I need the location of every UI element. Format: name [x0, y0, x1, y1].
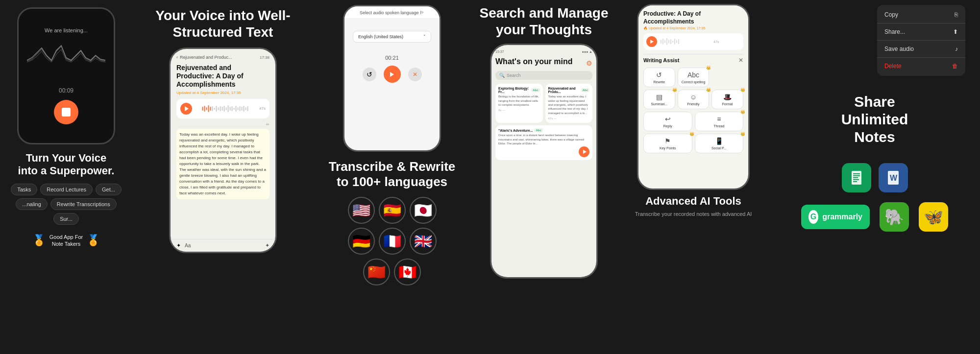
assist-grid-row2: 👑 ▤ Summari... 👑 ☺ Friendly 👑: [643, 90, 743, 109]
formal-button[interactable]: 🎩 Formal: [711, 90, 743, 109]
note-card-rejuvenated[interactable]: Rejuvenated and Produ... Abc Today was a…: [545, 84, 593, 123]
keypoints-button[interactable]: ⚑ Key Points: [643, 134, 692, 153]
friendly-button[interactable]: ☺ Friendly: [678, 90, 710, 109]
reply-button[interactable]: ↩ Reply: [643, 112, 692, 131]
svg-rect-12: [226, 107, 227, 110]
svg-rect-1: [204, 106, 205, 112]
cross-icon[interactable]: ✕: [408, 68, 422, 81]
svg-rect-38: [853, 179, 859, 180]
assist-grid-row1: ↺ Rewrite 👑 Abc Correct spelling: [643, 68, 743, 87]
sheets-app: [842, 163, 871, 192]
ai-play-icon: [649, 39, 654, 44]
play-button[interactable]: [384, 66, 401, 83]
ai-audio-player[interactable]: 47s: [643, 33, 743, 50]
stop-button[interactable]: [54, 100, 78, 124]
svg-rect-33: [678, 39, 679, 44]
section2-title: Your Voice into Well-Structured Text: [140, 7, 306, 40]
grammarly-button[interactable]: G grammarly: [801, 205, 870, 229]
tag-rewrite[interactable]: Rewrite Transcriptions: [50, 198, 117, 210]
section-voice-text: Your Voice into Well-Structured Text ‹ R…: [132, 0, 314, 354]
section-search: Search and Manage your Thoughts 15:37 ●●…: [470, 0, 617, 354]
svg-rect-13: [228, 105, 229, 112]
svg-rect-18: [238, 107, 239, 110]
ai-duration: 47s: [713, 40, 719, 44]
svg-rect-28: [668, 40, 669, 44]
svg-rect-15: [232, 106, 233, 111]
rewrite-icon: ↺: [656, 71, 662, 79]
word-icon[interactable]: W: [879, 163, 908, 192]
assist-grid-row4: 👑 ⚑ Key Points 👑 📱 Social P...: [643, 134, 743, 153]
award-text: Good App For Note Takers: [49, 234, 83, 248]
grammarly-label: grammarly: [822, 212, 862, 221]
svg-rect-0: [202, 107, 203, 111]
phone-bottom-bar: ✦ Aa ✦: [171, 239, 275, 252]
notion-button[interactable]: 🦋: [919, 202, 948, 232]
context-menu-share[interactable]: Share... ⬆: [877, 24, 965, 39]
edit-icon[interactable]: ✏: [176, 122, 270, 127]
card-title: Rejuvenated and Produ... Abc: [548, 87, 590, 94]
svg-rect-8: [218, 107, 219, 110]
note-card-biology[interactable]: Exploring Biology: Fr... Abc Biology is …: [495, 84, 543, 123]
summarize-button[interactable]: ▤ Summari...: [643, 90, 675, 109]
socialp-label: Social P...: [711, 146, 727, 150]
share-apps-row: W: [842, 163, 908, 192]
svg-rect-19: [240, 106, 241, 111]
mic-icon[interactable]: ✦: [265, 242, 270, 249]
flag-jp: 🇯🇵: [410, 197, 437, 224]
ai-play-button[interactable]: [646, 36, 657, 47]
context-menu-delete[interactable]: Delete 🗑: [877, 59, 965, 73]
close-button[interactable]: ✕: [738, 57, 743, 64]
context-menu-save-audio[interactable]: Save audio ♪: [877, 42, 965, 56]
language-selector[interactable]: English (United States) ˅: [353, 31, 431, 43]
friendly-icon: ☺: [690, 93, 697, 101]
phone-status: 17:38: [260, 55, 270, 60]
section3-title: Transcribe & Rewrite to 100+ languages: [321, 159, 463, 189]
thread-wrap: 👑 ≡ Thread: [695, 112, 744, 131]
formal-label: Formal: [722, 102, 733, 106]
note-play-btn[interactable]: [579, 146, 589, 157]
section-transcribe: Select audio spoken language 🏳 English (…: [314, 0, 470, 354]
reply-icon: ↩: [665, 115, 671, 123]
correct-spelling-button[interactable]: Abc Correct spelling: [678, 68, 710, 87]
note-card-alaric[interactable]: "Alaric's Adventure... Abc Once upon a t…: [495, 125, 592, 160]
phone-mock-recording: We are listening... 00:09: [17, 7, 115, 144]
tag-tasks[interactable]: Tasks: [11, 184, 37, 195]
context-menu-copy[interactable]: Copy ⎘: [877, 7, 965, 22]
summarize-icon: ▤: [656, 93, 662, 101]
card-meta: 9s —: [498, 109, 540, 112]
writing-assist-title: Writing Assist: [643, 57, 679, 63]
search-bar[interactable]: 🔍 Search: [495, 71, 592, 80]
friendly-wrap: 👑 ☺ Friendly: [678, 90, 710, 109]
language-screen: Select audio spoken language 🏳 English (…: [344, 6, 440, 150]
socialp-button[interactable]: 📱 Social P...: [695, 134, 744, 153]
card-title: Exploring Biology: Fr... Abc: [498, 87, 540, 94]
tag-naling[interactable]: ...naling: [16, 198, 48, 210]
gear-icon[interactable]: ⚙: [586, 59, 592, 67]
audio-player[interactable]: 47s: [176, 99, 270, 118]
tag-get[interactable]: Get...: [96, 184, 122, 195]
sheets-icon[interactable]: [842, 163, 871, 192]
assist-grid-row3: ↩ Reply 👑 ≡ Thread: [643, 112, 743, 131]
word-app: W: [879, 163, 908, 192]
tag-sur[interactable]: Sur...: [53, 213, 79, 225]
svg-rect-22: [245, 107, 246, 110]
tag-lectures[interactable]: Record Lectures: [40, 184, 93, 195]
svg-rect-7: [216, 106, 217, 112]
back-nav[interactable]: ‹ Rejuvenated and Produc...: [176, 55, 232, 60]
thread-icon: ≡: [717, 115, 721, 123]
notes-screen-title: What's on your mind: [495, 57, 573, 66]
card-meta: 47s —: [548, 117, 590, 120]
thread-button[interactable]: ≡ Thread: [695, 112, 744, 131]
section6-title: ShareUnlimitedNotes: [841, 93, 908, 146]
play-button[interactable]: [180, 103, 192, 115]
rewind-icon[interactable]: ↺: [363, 68, 376, 81]
text-format-label[interactable]: Aa: [185, 243, 191, 248]
trash-icon: 🗑: [952, 63, 958, 70]
svg-rect-3: [208, 105, 209, 112]
evernote-button[interactable]: 🐘: [880, 202, 909, 232]
sparkle-icon[interactable]: ✦: [176, 242, 181, 249]
rewrite-button[interactable]: ↺ Rewrite: [643, 68, 675, 87]
card-title: "Alaric's Adventure... Abc: [498, 128, 589, 132]
card-text: Today was an excellent day. I woke up fe…: [548, 94, 590, 115]
correct-wrap: 👑 Abc Correct spelling: [678, 68, 710, 87]
